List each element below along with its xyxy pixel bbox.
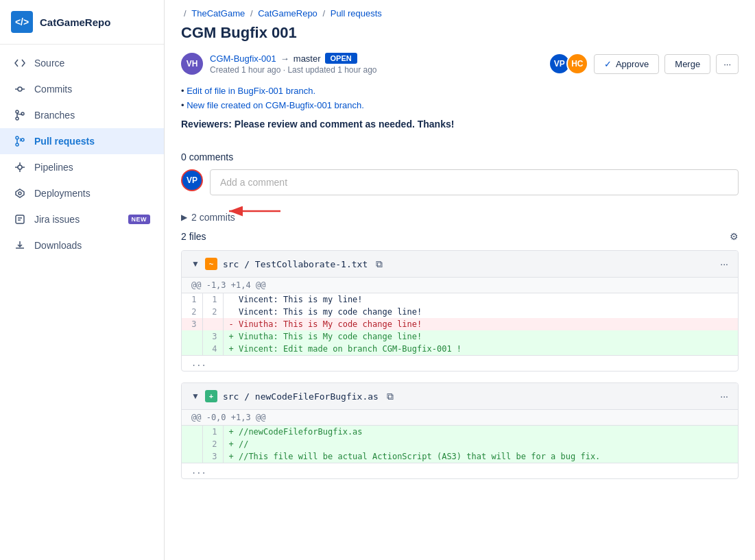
pr-description: Reviewers: Please review and comment as … <box>181 119 739 130</box>
table-row: 3 + Vinutha: This is My code change line… <box>182 330 738 343</box>
sidebar-label-branches: Branches <box>34 110 75 121</box>
pr-bullet-2: New file created on CGM-Bugfix-001 branc… <box>181 100 739 110</box>
arrow-indicator <box>222 201 284 223</box>
sidebar-label-deployments: Deployments <box>34 188 91 199</box>
code-icon <box>14 57 26 69</box>
file-badge-2: + <box>205 390 217 402</box>
file-diff-1-more[interactable]: ··· <box>720 258 728 269</box>
pr-arrow: → <box>280 53 289 64</box>
sidebar-item-commits[interactable]: Commits <box>0 76 164 102</box>
sidebar-item-branches[interactable]: Branches <box>0 102 164 128</box>
file-badge-1: ~ <box>205 258 217 270</box>
pr-branch-from: CGM-Bugfix-001 <box>210 53 276 64</box>
author-avatar: VH <box>181 53 203 75</box>
sidebar-item-pull-requests[interactable]: Pull requests <box>0 128 164 154</box>
sidebar-item-source[interactable]: Source <box>0 50 164 76</box>
commenter-avatar-wrapper: VP <box>181 169 203 191</box>
downloads-icon <box>14 239 26 252</box>
pr-header-right: VP HC ✓ Approve Merge ··· <box>549 53 739 75</box>
svg-point-11 <box>18 165 22 169</box>
commenter-avatar: VP <box>181 169 203 191</box>
sidebar-label-downloads: Downloads <box>34 240 82 251</box>
pr-icon <box>14 135 26 147</box>
pr-branch-to: master <box>293 53 321 64</box>
sidebar-label-source: Source <box>34 58 64 69</box>
table-row: 2 + // <box>182 438 738 450</box>
files-header: 2 files ⚙ <box>181 231 739 242</box>
svg-point-12 <box>19 192 21 195</box>
comments-section: 0 comments VP Add a comment <box>165 151 755 212</box>
breadcrumb-sep: / <box>184 8 189 19</box>
copy-path-1-icon[interactable]: ⧉ <box>376 258 383 270</box>
table-row: 3 + //This file will be actual ActionScr… <box>182 450 738 463</box>
pr-meta: CGM-Bugfix-001 → master OPEN Created 1 h… <box>210 53 377 75</box>
pr-body: Edit of file in BugFix-001 branch. New f… <box>165 86 755 151</box>
breadcrumb-org[interactable]: TheCatGame <box>191 8 245 19</box>
sidebar-label-pipelines: Pipelines <box>34 162 73 173</box>
diff-hunk-2: @@ -0,0 +1,3 @@ <box>182 410 738 426</box>
deployments-icon <box>14 187 26 199</box>
file-diff-2-chevron[interactable]: ▼ <box>191 391 200 401</box>
svg-point-0 <box>18 87 22 91</box>
comment-input[interactable]: Add a comment <box>210 169 739 195</box>
svg-rect-13 <box>16 215 24 223</box>
svg-point-7 <box>16 136 19 139</box>
repo-logo: </> <box>11 11 33 33</box>
repo-name: CatGameRepo <box>40 16 110 28</box>
svg-point-3 <box>16 110 19 113</box>
diff-ellipsis-2[interactable]: ... <box>182 463 738 478</box>
comment-input-row: VP Add a comment <box>181 169 739 195</box>
commits-chevron: ▶ <box>181 212 187 222</box>
file-diff-2: ▼ + src / newCodeFileForBugfix.as ⧉ ··· … <box>181 382 739 479</box>
file-path-1: src / TestCollaborate-1.txt <box>223 259 368 269</box>
sidebar-item-downloads[interactable]: Downloads <box>0 232 164 258</box>
sidebar-label-commits: Commits <box>34 84 72 95</box>
file-diff-1-chevron[interactable]: ▼ <box>191 259 200 269</box>
file-diff-1-header: ▼ ~ src / TestCollaborate-1.txt ⧉ ··· <box>182 251 738 278</box>
gear-icon[interactable]: ⚙ <box>730 231 739 242</box>
page-title: CGM Bugfix 001 <box>165 21 755 53</box>
breadcrumb-section[interactable]: Pull requests <box>331 8 382 19</box>
diff-ellipsis-1[interactable]: ... <box>182 355 738 371</box>
merge-button[interactable]: Merge <box>664 54 710 74</box>
table-row: 1 1 Vincent: This is my line! <box>182 293 738 306</box>
pipelines-icon <box>14 161 26 173</box>
diff-hunk-1: @@ -1,3 +1,4 @@ <box>182 278 738 293</box>
approve-button[interactable]: ✓ Approve <box>594 54 659 74</box>
pr-bullet-1: Edit of file in BugFix-001 branch. <box>181 86 739 96</box>
sidebar-nav: Source Commits Branches Pull requests Pi <box>0 45 164 560</box>
sidebar-item-deployments[interactable]: Deployments <box>0 180 164 206</box>
main-content: / TheCatGame / CatGameRepo / Pull reques… <box>165 0 755 560</box>
pr-header: VH CGM-Bugfix-001 → master OPEN Created … <box>165 53 755 86</box>
file-diff-2-header: ▼ + src / newCodeFileForBugfix.as ⧉ ··· <box>182 383 738 410</box>
pr-dates: Created 1 hour ago · Last updated 1 hour… <box>210 65 377 75</box>
table-row: 1 + //newCodeFileforBugfix.as <box>182 426 738 438</box>
sidebar-header: </> CatGameRepo <box>0 0 164 45</box>
files-section: 2 files ⚙ ▼ ~ src / TestCollaborate-1.tx… <box>165 231 755 479</box>
reviewer-avatars: VP HC <box>549 53 588 75</box>
files-count: 2 files <box>181 231 206 242</box>
comments-count: 0 comments <box>181 151 739 162</box>
breadcrumb: / TheCatGame / CatGameRepo / Pull reques… <box>165 0 755 21</box>
reviewer-avatar-hc: HC <box>566 53 588 75</box>
sidebar: </> CatGameRepo Source Commits Branches <box>0 0 165 560</box>
new-badge: NEW <box>128 215 151 224</box>
diff-table-2: 1 + //newCodeFileforBugfix.as 2 + // 3 +… <box>182 426 738 463</box>
copy-path-2-icon[interactable]: ⧉ <box>387 391 394 402</box>
jira-icon <box>14 213 26 226</box>
sidebar-item-jira-issues[interactable]: Jira issues NEW <box>0 206 164 232</box>
sidebar-label-jira-issues: Jira issues <box>34 214 80 225</box>
file-diff-1: ▼ ~ src / TestCollaborate-1.txt ⧉ ··· @@… <box>181 250 739 372</box>
breadcrumb-repo[interactable]: CatGameRepo <box>258 8 317 19</box>
file-path-2: src / newCodeFileForBugfix.as <box>223 391 379 402</box>
pr-branch-row: CGM-Bugfix-001 → master OPEN <box>210 53 377 64</box>
sidebar-item-pipelines[interactable]: Pipelines <box>0 154 164 180</box>
pr-status-badge: OPEN <box>325 53 357 64</box>
commits-icon <box>14 83 26 95</box>
table-row: 2 2 Vincent: This is my code change line… <box>182 306 738 318</box>
pr-more-button[interactable]: ··· <box>716 54 739 74</box>
svg-point-4 <box>16 117 19 120</box>
check-icon: ✓ <box>604 59 612 69</box>
file-diff-2-more[interactable]: ··· <box>720 391 728 402</box>
diff-table-1: 1 1 Vincent: This is my line! 2 2 Vincen… <box>182 293 738 355</box>
